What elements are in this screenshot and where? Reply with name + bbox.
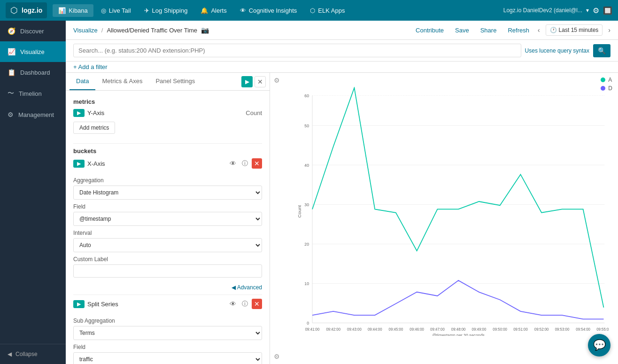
nav-elkapps-label: ELK Apps <box>318 7 345 14</box>
split-series-info-btn[interactable]: ⓘ <box>240 299 250 309</box>
app-layout: 🧭 Discover 📈 Visualize 📋 Dashboard 〜 Tim… <box>0 21 618 364</box>
time-range-selector[interactable]: 🕐 Last 15 minutes <box>546 24 603 36</box>
sidebar-item-dashboard[interactable]: 📋 Dashboard <box>0 62 66 83</box>
xaxis-eye-btn[interactable]: 👁 <box>228 158 238 169</box>
advanced-link[interactable]: ◀ Advanced <box>73 284 262 291</box>
field-select[interactable]: @timestamp <box>73 212 262 226</box>
split-series-actions: 👁 ⓘ ✕ <box>228 299 262 309</box>
legend-label-d: D <box>608 85 612 92</box>
time-range-label: Last 15 minutes <box>559 27 599 33</box>
xaxis-info-btn[interactable]: ⓘ <box>240 158 250 169</box>
svg-text:20: 20 <box>304 242 309 247</box>
svg-text:60: 60 <box>304 93 309 98</box>
search-bar: Uses lucene query syntax 🔍 <box>66 40 618 62</box>
user-display[interactable]: Logz.io DanielDev2 (daniel@l... <box>503 7 582 14</box>
add-metrics-button[interactable]: Add metrics <box>73 122 115 134</box>
sidebar-item-management[interactable]: ⚙ Management <box>0 104 66 125</box>
plus-icon: + <box>73 63 78 70</box>
top-nav: ⬡ logz.io 📊 Kibana ◎ Live Tail ✈ Log Shi… <box>0 0 618 21</box>
chart-gear-btn[interactable]: ⚙ <box>274 77 280 84</box>
xaxis-delete-btn[interactable]: ✕ <box>252 158 262 169</box>
sidebar-item-discover[interactable]: 🧭 Discover <box>0 21 66 41</box>
nav-logshipping[interactable]: ✈ Log Shipping <box>139 4 193 17</box>
logo[interactable]: ⬡ logz.io <box>6 2 47 18</box>
xaxis-actions: 👁 ⓘ ✕ <box>228 158 262 169</box>
svg-text:09:54:00: 09:54:00 <box>576 327 590 332</box>
xaxis-bucket-row: ▶ X-Axis 👁 ⓘ ✕ <box>73 158 262 169</box>
svg-text:09:52:00: 09:52:00 <box>534 327 549 332</box>
notifications-icon[interactable]: 🔲 <box>603 6 612 15</box>
discover-icon: 🧭 <box>8 27 15 35</box>
dropdown-icon[interactable]: ▾ <box>586 7 589 14</box>
cognitive-icon: 👁 <box>240 7 246 14</box>
tab-metrics-axes[interactable]: Metrics & Axes <box>95 73 149 90</box>
xaxis-badge-icon: ▶ <box>77 161 81 167</box>
sidebar-item-management-label: Management <box>18 111 54 118</box>
nav-elkapps[interactable]: ⬡ ELK Apps <box>304 4 350 17</box>
xaxis-badge[interactable]: ▶ <box>73 160 85 168</box>
nav-alerts[interactable]: 🔔 Alerts <box>195 4 232 17</box>
svg-text:0: 0 <box>307 321 309 325</box>
breadcrumb-actions: Contribute Save Share Refresh ‹ 🕐 Last 1… <box>413 24 610 36</box>
chart-legend: A D <box>601 77 612 92</box>
buckets-section-title: buckets <box>73 147 262 155</box>
play-button[interactable]: ▶ <box>241 76 253 87</box>
save-button[interactable]: Save <box>452 25 472 36</box>
sidebar-item-timelion[interactable]: 〜 Timelion <box>0 83 66 104</box>
field-label: Field <box>73 203 262 210</box>
camera-icon[interactable]: 📷 <box>201 26 209 34</box>
nav-right: Logz.io DanielDev2 (daniel@l... ▾ ⚙ 🔲 <box>503 6 612 15</box>
breadcrumb-parent[interactable]: Visualize <box>73 27 98 34</box>
split-series-eye-btn[interactable]: 👁 <box>228 299 238 309</box>
split-series-badge[interactable]: ▶ <box>73 300 85 308</box>
sub-agg-select[interactable]: Terms <box>73 326 262 340</box>
nav-kibana-label: Kibana <box>69 7 87 14</box>
sidebar-collapse-btn[interactable]: ◀ Collapse <box>0 344 66 364</box>
svg-text:09:55:00: 09:55:00 <box>596 327 609 332</box>
time-right-chevron[interactable]: › <box>608 26 610 34</box>
svg-text:09:51:00: 09:51:00 <box>513 327 528 332</box>
interval-select[interactable]: Auto <box>73 238 262 252</box>
tab-data[interactable]: Data <box>70 73 95 90</box>
logo-text: logz.io <box>22 7 42 14</box>
nav-cognitive-label: Cognitive Insights <box>249 7 297 14</box>
sidebar-item-visualize[interactable]: 📈 Visualize <box>0 41 66 62</box>
nav-livetail[interactable]: ◎ Live Tail <box>95 4 137 17</box>
svg-text:09:45:00: 09:45:00 <box>389 327 403 332</box>
custom-label-1-input[interactable] <box>73 264 262 278</box>
svg-text:09:42:00: 09:42:00 <box>326 327 340 332</box>
svg-text:09:41:00: 09:41:00 <box>305 327 320 332</box>
svg-text:40: 40 <box>304 163 309 168</box>
tab-panel-settings[interactable]: Panel Settings <box>149 73 201 90</box>
refresh-button[interactable]: Refresh <box>505 25 532 36</box>
split-series-delete-btn[interactable]: ✕ <box>252 299 262 309</box>
time-left-chevron[interactable]: ‹ <box>538 26 540 34</box>
livetail-icon: ◎ <box>101 7 106 14</box>
yaxis-label: Y-Axis <box>87 109 104 116</box>
alerts-icon: 🔔 <box>201 7 208 14</box>
nav-kibana[interactable]: 📊 Kibana <box>53 4 93 17</box>
kibana-icon: 📊 <box>58 7 66 14</box>
yaxis-count: Count <box>246 109 262 116</box>
left-panel: Data Metrics & Axes Panel Settings ▶ ✕ <box>66 73 270 364</box>
add-filter-link[interactable]: + Add a filter <box>73 63 108 70</box>
chart-bottom-gear-btn[interactable]: ⚙ <box>274 353 280 360</box>
add-filter-bar: + Add a filter <box>66 62 618 73</box>
nav-cognitive[interactable]: 👁 Cognitive Insights <box>234 4 303 17</box>
yaxis-badge[interactable]: ▶ <box>73 109 85 117</box>
aggregation-select[interactable]: Date Histogram <box>73 186 262 200</box>
share-button[interactable]: Share <box>478 25 500 36</box>
field-split-select[interactable]: traffic <box>73 352 262 364</box>
sidebar: 🧭 Discover 📈 Visualize 📋 Dashboard 〜 Tim… <box>0 21 66 364</box>
close-button[interactable]: ✕ <box>255 76 266 87</box>
settings-icon[interactable]: ⚙ <box>593 6 599 15</box>
search-submit-button[interactable]: 🔍 <box>593 44 610 57</box>
lucene-link[interactable]: Uses lucene query syntax <box>525 47 589 54</box>
collapse-icon: ◀ <box>8 351 12 357</box>
nav-livetail-label: Live Tail <box>109 7 131 14</box>
chat-fab[interactable]: 💬 <box>588 334 610 356</box>
search-input[interactable] <box>73 44 521 57</box>
metrics-section-title: metrics <box>73 98 262 105</box>
breadcrumb-current: Allowed/Denied Traffic Over Time <box>107 27 197 34</box>
contribute-button[interactable]: Contribute <box>413 25 447 36</box>
